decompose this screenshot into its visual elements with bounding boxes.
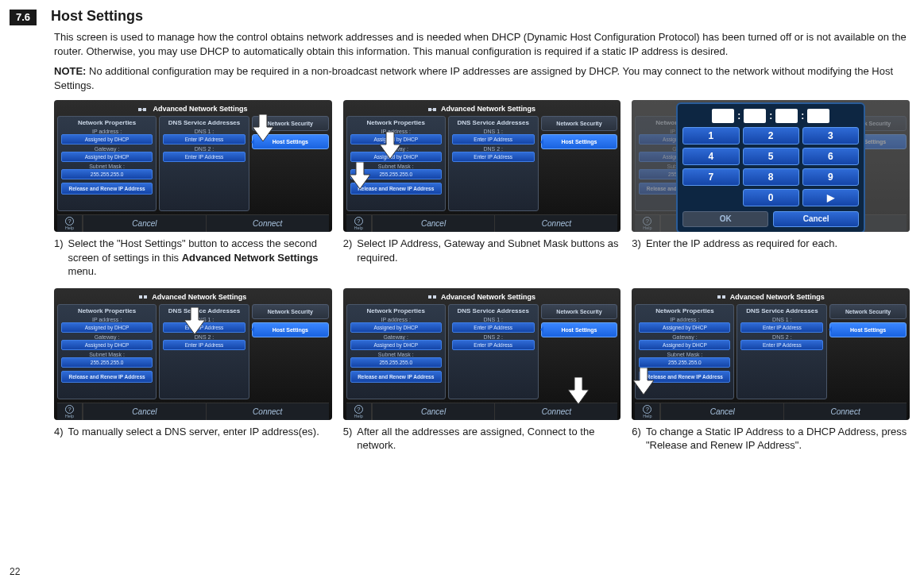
- subnet-field[interactable]: 255.255.255.0: [350, 357, 442, 368]
- dns1-field[interactable]: Enter IP Address: [740, 322, 823, 333]
- key-8[interactable]: 8: [743, 168, 799, 186]
- dns1-field[interactable]: Enter IP Address: [452, 134, 535, 145]
- help-button[interactable]: ?Help: [57, 215, 83, 232]
- dns2-field[interactable]: Enter IP Address: [452, 152, 535, 162]
- gateway-field[interactable]: Assigned by DHCP: [350, 340, 442, 350]
- keypad: : : : 1 2 3 4 5 6 7 8 9: [676, 102, 865, 233]
- key-5[interactable]: 5: [743, 148, 799, 165]
- cancel-button[interactable]: Cancel: [83, 215, 206, 232]
- cancel-button[interactable]: Cancel: [83, 403, 206, 420]
- caption-3: 3) Enter the IP address as required for …: [632, 237, 910, 251]
- ip-octet-field[interactable]: [712, 109, 734, 123]
- callout-arrow: [350, 162, 370, 189]
- callout-arrow: [380, 132, 400, 159]
- ip-octet-field[interactable]: [744, 109, 766, 123]
- caption-5: 5) After all the addresses are assigned,…: [343, 425, 621, 453]
- keypad-ok-button[interactable]: OK: [682, 211, 768, 227]
- tab-network-security[interactable]: Network Security: [541, 304, 618, 319]
- callout-arrow: [184, 307, 205, 334]
- subnet-field[interactable]: 255.255.255.0: [61, 169, 153, 179]
- tab-host-settings[interactable]: Host Settings: [829, 322, 907, 337]
- svg-rect-10: [428, 295, 431, 299]
- key-1[interactable]: 1: [682, 127, 739, 145]
- key-6[interactable]: 6: [802, 148, 859, 165]
- thumb-title: Advanced Network Settings: [57, 105, 329, 113]
- connect-button[interactable]: Connect: [783, 403, 907, 420]
- key-next[interactable]: ▶: [802, 189, 859, 206]
- ip-field[interactable]: Assigned by DHCP: [61, 134, 153, 145]
- connect-button[interactable]: Connect: [206, 215, 329, 232]
- dns1-field[interactable]: Enter IP Address: [163, 134, 245, 145]
- ip-octet-field[interactable]: [807, 109, 829, 123]
- ip-field[interactable]: Assigned by DHCP: [350, 322, 442, 333]
- tab-host-settings[interactable]: Host Settings: [541, 134, 618, 149]
- svg-rect-11: [433, 295, 436, 299]
- tab-network-security[interactable]: Network Security: [252, 304, 329, 319]
- connect-button[interactable]: Connect: [206, 403, 329, 420]
- help-button[interactable]: ?Help: [635, 403, 660, 420]
- release-renew-button[interactable]: Release and Renew IP Address: [61, 183, 153, 195]
- release-renew-button[interactable]: Release and Renew IP Address: [61, 371, 153, 383]
- svg-rect-0: [138, 108, 141, 111]
- help-button[interactable]: ?Help: [346, 215, 372, 232]
- section-number: 7.6: [10, 10, 37, 25]
- key-2[interactable]: 2: [743, 127, 799, 145]
- connect-button[interactable]: Connect: [494, 403, 617, 420]
- caption-2: 2) Select IP Address, Gateway and Subnet…: [343, 237, 621, 264]
- svg-rect-1: [143, 108, 146, 111]
- connect-button[interactable]: Connect: [494, 215, 617, 232]
- label: Subnet Mask :: [61, 164, 153, 169]
- dns2-field[interactable]: Enter IP Address: [163, 340, 245, 350]
- panel-dns: DNS Service Addresses DNS 1 : Enter IP A…: [159, 116, 249, 211]
- callout-arrow: [253, 114, 273, 141]
- tab-host-settings[interactable]: Host Settings: [541, 322, 618, 337]
- thumb-3: Advanced Network Settings Network Proper…: [632, 100, 910, 232]
- dns2-field[interactable]: Enter IP Address: [740, 340, 823, 350]
- thumb-4: Advanced Network Settings Network Proper…: [54, 288, 332, 420]
- dns2-field[interactable]: Enter IP Address: [452, 340, 535, 350]
- panel-header: Network Properties: [61, 119, 153, 126]
- help-button[interactable]: ?Help: [346, 403, 372, 420]
- svg-rect-4: [433, 108, 436, 111]
- thumb-6: Advanced Network Settings Network Proper…: [632, 288, 910, 420]
- page-title: Host Settings: [51, 8, 143, 25]
- gateway-field[interactable]: Assigned by DHCP: [639, 340, 730, 350]
- release-renew-button[interactable]: Release and Renew IP Address: [350, 371, 442, 383]
- label: Gateway :: [61, 146, 153, 152]
- keypad-cancel-button[interactable]: Cancel: [773, 211, 859, 227]
- tab-network-security[interactable]: Network Security: [829, 304, 907, 319]
- ip-field[interactable]: Assigned by DHCP: [61, 322, 153, 333]
- key-4[interactable]: 4: [682, 148, 739, 165]
- tab-host-settings[interactable]: Host Settings: [252, 322, 329, 337]
- key-7[interactable]: 7: [682, 168, 739, 186]
- help-button[interactable]: ?Help: [57, 403, 83, 420]
- panel-network-properties: Network Properties IP address : Assigned…: [57, 116, 157, 211]
- caption-6: 6) To change a Static IP Address to a DH…: [632, 425, 910, 453]
- thumb-5: Advanced Network Settings Network Proper…: [343, 288, 621, 420]
- subnet-field[interactable]: 255.255.255.0: [61, 357, 153, 368]
- cancel-button[interactable]: Cancel: [660, 403, 783, 420]
- dns2-field[interactable]: Enter IP Address: [163, 152, 245, 162]
- step-4: Advanced Network Settings Network Proper…: [54, 288, 332, 453]
- svg-rect-9: [144, 295, 147, 299]
- cancel-button[interactable]: Cancel: [372, 215, 495, 232]
- keypad-display: : : :: [682, 109, 859, 123]
- dns1-field[interactable]: Enter IP Address: [452, 322, 535, 333]
- subnet-field[interactable]: 255.255.255.0: [639, 357, 730, 368]
- ip-octet-field[interactable]: [775, 109, 798, 123]
- intro-text: This screen is used to manage how the co…: [54, 30, 910, 58]
- key-0[interactable]: 0: [743, 189, 799, 206]
- caption-1: 1) Select the "Host Settings" button to …: [54, 237, 332, 279]
- cancel-button[interactable]: Cancel: [372, 403, 495, 420]
- thumb-1: Advanced Network Settings Network Proper…: [54, 100, 332, 232]
- key-9[interactable]: 9: [802, 168, 859, 186]
- step-1: Advanced Network Settings Network Proper…: [54, 100, 332, 279]
- tab-network-security[interactable]: Network Security: [541, 116, 618, 131]
- gateway-field[interactable]: Assigned by DHCP: [61, 340, 153, 350]
- key-3[interactable]: 3: [802, 127, 859, 145]
- svg-rect-13: [722, 295, 725, 299]
- ip-field[interactable]: Assigned by DHCP: [639, 322, 730, 333]
- gateway-field[interactable]: Assigned by DHCP: [61, 152, 153, 162]
- step-2: Advanced Network Settings Network Proper…: [343, 100, 621, 279]
- note-body: No additional configuration may be requi…: [54, 65, 893, 91]
